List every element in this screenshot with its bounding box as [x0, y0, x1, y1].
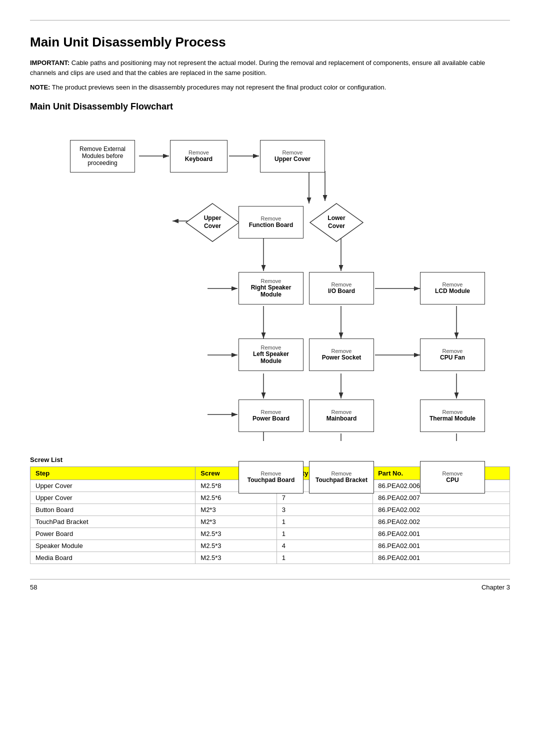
flowchart: Remove External Modules before proceedin… — [30, 121, 510, 441]
remove-upper-cover-bold: Upper Cover — [274, 156, 310, 162]
remove-touchpad-board-small: Remove — [261, 470, 282, 476]
remove-power-board-box: Remove Power Board — [238, 400, 304, 432]
remove-cpu-fan-small: Remove — [442, 348, 463, 354]
col-step: Step — [30, 466, 196, 480]
remove-cpu-fan-box: Remove CPU Fan — [420, 338, 485, 371]
table-cell: 86.PEA02.007 — [373, 492, 510, 504]
table-row: Media BoardM2.5*3186.PEA02.001 — [30, 552, 510, 564]
table-cell: TouchPad Bracket — [30, 516, 196, 528]
remove-lcd-module-box: Remove LCD Module — [420, 272, 485, 304]
table-cell: 3 — [276, 504, 373, 516]
remove-io-board-small: Remove — [332, 282, 352, 288]
table-cell: Button Board — [30, 504, 196, 516]
remove-power-socket-bold: Power Socket — [322, 354, 362, 361]
remove-cpu-fan-bold: CPU Fan — [440, 354, 465, 361]
table-cell: 1 — [276, 552, 373, 564]
flowchart-title: Main Unit Disassembly Flowchart — [30, 102, 510, 112]
lower-cover-diamond: Lower Cover — [309, 202, 364, 242]
table-row: Button BoardM2*3386.PEA02.002 — [30, 504, 510, 516]
table-cell: Power Board — [30, 528, 196, 540]
remove-function-board-box: Remove Function Board — [238, 206, 304, 238]
remove-right-speaker-box: Remove Right Speaker Module — [238, 272, 304, 304]
remove-external-line1: Remove External — [80, 146, 126, 152]
important-text: Cable paths and positioning may not repr… — [30, 59, 485, 76]
table-row: Upper CoverM2.5*6786.PEA02.007 — [30, 492, 510, 504]
table-cell: 86.PEA02.001 — [373, 528, 510, 540]
remove-touchpad-board-box: Remove Touchpad Board — [238, 461, 304, 494]
note-paragraph: NOTE: The product previews seen in the d… — [30, 82, 510, 92]
remove-function-board-bold: Function Board — [249, 222, 294, 228]
table-cell: Speaker Module — [30, 540, 196, 552]
top-rule — [30, 20, 510, 20]
table-cell: 86.PEA02.002 — [373, 516, 510, 528]
remove-io-board-box: Remove I/O Board — [309, 272, 374, 304]
table-cell: 86.PEA02.001 — [373, 552, 510, 564]
note-label: NOTE: — [30, 84, 50, 91]
remove-upper-cover-small: Remove — [282, 150, 303, 156]
table-cell: 86.PEA02.001 — [373, 540, 510, 552]
table-cell: 1 — [276, 528, 373, 540]
table-cell: M2.5*3 — [196, 540, 276, 552]
upper-cover-diamond: Upper Cover — [185, 202, 240, 242]
remove-cpu-bold: CPU — [446, 476, 458, 484]
important-label: IMPORTANT: — [30, 59, 70, 66]
table-cell: Media Board — [30, 552, 196, 564]
upper-cover-diamond-text: Upper Cover — [204, 214, 222, 230]
table-cell: Upper Cover — [30, 492, 196, 504]
remove-external-line3: proceeding — [88, 160, 117, 166]
table-cell: 1 — [276, 516, 373, 528]
remove-upper-cover-box: Remove Upper Cover — [260, 140, 325, 172]
remove-keyboard-bold: Keyboard — [185, 156, 212, 162]
remove-touchpad-bracket-bold: Touchpad Bracket — [316, 476, 368, 484]
table-cell: 86.PEA02.002 — [373, 504, 510, 516]
table-row: Power BoardM2.5*3186.PEA02.001 — [30, 528, 510, 540]
remove-touchpad-bracket-box: Remove Touchpad Bracket — [309, 461, 374, 494]
table-row: TouchPad BracketM2*3186.PEA02.002 — [30, 516, 510, 528]
remove-thermal-bold: Thermal Module — [430, 415, 476, 422]
remove-function-board-small: Remove — [261, 216, 282, 222]
table-cell: Upper Cover — [30, 480, 196, 492]
remove-mainboard-box: Remove Mainboard — [309, 400, 374, 432]
chapter-label: Chapter 3 — [482, 584, 510, 591]
remove-io-board-bold: I/O Board — [328, 288, 355, 294]
page-title: Main Unit Disassembly Process — [30, 34, 510, 50]
remove-right-speaker-bold: Right Speaker Module — [242, 284, 300, 298]
table-cell: 4 — [276, 540, 373, 552]
footer: 58 Chapter 3 — [30, 580, 510, 591]
page: Main Unit Disassembly Process IMPORTANT:… — [0, 0, 540, 756]
note-text: The product previews seen in the disasse… — [52, 84, 386, 91]
remove-power-socket-box: Remove Power Socket — [309, 338, 374, 371]
table-cell: 7 — [276, 492, 373, 504]
remove-power-socket-small: Remove — [332, 348, 352, 354]
remove-keyboard-box: Remove Keyboard — [170, 140, 228, 172]
remove-left-speaker-box: Remove Left Speaker Module — [238, 338, 304, 371]
remove-thermal-box: Remove Thermal Module — [420, 400, 485, 432]
table-cell: M2*3 — [196, 504, 276, 516]
table-cell: M2.5*3 — [196, 552, 276, 564]
remove-mainboard-bold: Mainboard — [326, 415, 357, 422]
remove-touchpad-bracket-small: Remove — [332, 470, 352, 476]
remove-cpu-box: Remove CPU — [420, 461, 485, 494]
remove-left-speaker-bold: Left Speaker Module — [242, 350, 300, 364]
remove-power-board-bold: Power Board — [252, 415, 290, 422]
remove-touchpad-board-bold: Touchpad Board — [248, 476, 294, 484]
remove-lcd-module-small: Remove — [442, 282, 463, 288]
page-number: 58 — [30, 584, 37, 591]
remove-keyboard-small: Remove — [188, 150, 209, 156]
remove-external-line2: Modules before — [82, 152, 124, 160]
remove-left-speaker-small: Remove — [261, 344, 282, 350]
remove-power-board-small: Remove — [261, 409, 282, 415]
table-cell: M2*3 — [196, 516, 276, 528]
remove-lcd-module-bold: LCD Module — [435, 288, 470, 294]
remove-thermal-small: Remove — [442, 409, 463, 415]
table-cell: M2.5*3 — [196, 528, 276, 540]
remove-cpu-small: Remove — [442, 470, 463, 476]
lower-cover-diamond-text: Lower Cover — [328, 214, 345, 230]
remove-external-box: Remove External Modules before proceedin… — [70, 140, 135, 172]
remove-mainboard-small: Remove — [332, 409, 352, 415]
remove-right-speaker-small: Remove — [261, 278, 282, 284]
table-row: Speaker ModuleM2.5*3486.PEA02.001 — [30, 540, 510, 552]
important-paragraph: IMPORTANT: Cable paths and positioning m… — [30, 58, 510, 78]
table-cell: M2.5*6 — [196, 492, 276, 504]
